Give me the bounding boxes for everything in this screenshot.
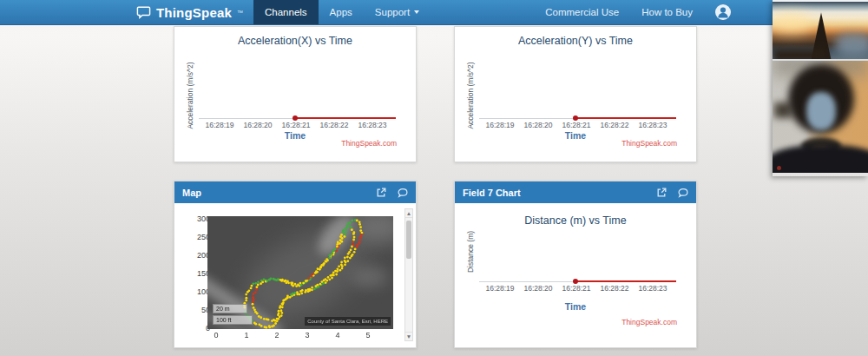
- external-link-icon[interactable]: [656, 188, 667, 198]
- webcam-feed-person[interactable]: [773, 61, 868, 173]
- map-y-tick: 150: [187, 269, 210, 278]
- field7-panel-body: Distance (m) vs Time Distance (m) 16:28:…: [455, 203, 696, 347]
- nav-item-support[interactable]: Support: [364, 0, 431, 24]
- series-line: [576, 280, 676, 282]
- map-satellite-image: 20 m 100 ft County of Santa Clara, Esri,…: [207, 216, 393, 329]
- map-x-tick: 1: [238, 331, 255, 340]
- chart-acceleration-x: Acceleration(X) vs Time Acceleration (m/…: [174, 27, 416, 162]
- x-tick: 16:28:19: [481, 121, 519, 129]
- scroll-down-icon[interactable]: ▼: [405, 332, 412, 340]
- x-tick: 16:28:20: [519, 284, 557, 293]
- sunset-glow: [773, 14, 812, 33]
- series-line: [296, 117, 396, 119]
- x-tick: 16:28:21: [557, 284, 595, 293]
- map-x-tick: 2: [268, 331, 286, 340]
- x-tick: 16:28:22: [595, 284, 634, 293]
- foreground-shadow: [773, 49, 825, 61]
- page: ThingSpeak™ Channels Apps Support Commer…: [0, 0, 868, 356]
- thingspeak-credit-link[interactable]: ThingSpeak.com: [341, 139, 397, 148]
- field7-panel-header: Field 7 Chart: [455, 181, 696, 203]
- panel-title: Map: [182, 188, 201, 198]
- water: [835, 33, 868, 56]
- map-scale-meters: 20 m: [213, 304, 247, 313]
- x-axis-label: Time: [455, 301, 696, 312]
- thingspeak-logo[interactable]: ThingSpeak™: [136, 0, 243, 24]
- scroll-up-icon[interactable]: ▲: [405, 209, 412, 218]
- panel-acceleration-y: Acceleration(Y) vs Time Acceleration (m/…: [454, 26, 697, 162]
- chat-bubble-icon: [136, 6, 151, 19]
- panel-map: Map 300 250 200 150 100 50 0: [174, 181, 417, 348]
- nav-item-apps[interactable]: Apps: [319, 0, 364, 24]
- chart-title: Acceleration(Y) vs Time: [455, 35, 696, 47]
- x-tick: 16:28:20: [519, 121, 557, 129]
- person-face: [806, 92, 836, 130]
- chart-title: Acceleration(X) vs Time: [174, 35, 416, 47]
- panel-title: Field 7 Chart: [463, 188, 521, 198]
- map-y-tick: 250: [187, 233, 210, 241]
- panel-field7-chart: Field 7 Chart Distance (m) vs Time Dista…: [454, 181, 697, 348]
- comment-icon[interactable]: [398, 188, 408, 198]
- x-tick: 16:28:22: [595, 121, 634, 129]
- x-tick: 16:28:23: [634, 284, 672, 293]
- map-panel-header: Map: [174, 181, 416, 203]
- chart-distance: Distance (m) vs Time Distance (m) 16:28:…: [455, 203, 696, 347]
- map-y-tick: 200: [187, 251, 210, 260]
- map-x-tick: 4: [329, 331, 346, 340]
- map-y-tick: 50: [187, 306, 210, 314]
- x-tick: 16:28:23: [634, 121, 672, 129]
- map-attribution: County of Santa Clara, Esri, HERE: [305, 317, 391, 326]
- video-call-overlay: [773, 0, 868, 176]
- x-tick: 16:28:21: [557, 121, 595, 129]
- x-tick: 16:28:20: [239, 121, 277, 129]
- y-axis-label: Acceleration (m/s^2): [466, 56, 475, 135]
- chart-acceleration-y: Acceleration(Y) vs Time Acceleration (m/…: [455, 27, 696, 162]
- x-tick: 16:28:21: [277, 121, 315, 129]
- top-navbar: ThingSpeak™ Channels Apps Support Commer…: [0, 0, 868, 25]
- map-panel-body: 300 250 200 150 100 50 0 20 m 100 ft Cou…: [174, 203, 416, 347]
- chart-title: Distance (m) vs Time: [455, 214, 696, 227]
- thingspeak-credit-link[interactable]: ThingSpeak.com: [621, 318, 677, 326]
- person-torso: [773, 145, 868, 173]
- external-link-icon[interactable]: [376, 188, 386, 198]
- map-y-tick: 100: [187, 287, 210, 296]
- recording-indicator: [777, 166, 781, 170]
- map-x-tick: 3: [299, 331, 316, 340]
- brand-trademark: ™: [237, 10, 243, 16]
- x-tick: 16:28:19: [481, 284, 519, 293]
- map-scale-feet: 100 ft: [213, 315, 253, 325]
- map-y-tick: 0: [187, 324, 210, 333]
- scrollbar-thumb[interactable]: [406, 221, 411, 259]
- nav-item-how-to-buy[interactable]: How to Buy: [641, 7, 693, 17]
- map-scrollbar[interactable]: ▲ ▼: [404, 208, 413, 341]
- x-tick: 16:28:23: [353, 121, 391, 129]
- y-axis-label: Acceleration (m/s^2): [186, 56, 194, 135]
- nav-menu: Channels Apps Support: [253, 0, 431, 24]
- user-avatar-icon[interactable]: [715, 4, 731, 20]
- nav-item-channels[interactable]: Channels: [253, 0, 319, 24]
- map-x-tick: 5: [359, 331, 377, 340]
- x-tick: 16:28:22: [315, 121, 353, 129]
- map-y-tick: 300: [187, 214, 210, 223]
- y-axis-label: Distance (m): [466, 212, 475, 292]
- thingspeak-credit-link[interactable]: ThingSpeak.com: [621, 139, 677, 148]
- nav-right: Commercial Use How to Buy: [545, 0, 731, 24]
- comment-icon[interactable]: [678, 188, 688, 198]
- webcam-feed-sunset[interactable]: [773, 0, 868, 61]
- x-tick: 16:28:19: [201, 121, 239, 129]
- series-line: [576, 117, 676, 119]
- map-x-tick: 0: [207, 331, 225, 340]
- panel-acceleration-x: Acceleration(X) vs Time Acceleration (m/…: [174, 26, 417, 162]
- caret-down-icon: [414, 10, 419, 14]
- brand-name: ThingSpeak: [156, 5, 232, 20]
- nav-item-commercial-use[interactable]: Commercial Use: [545, 7, 619, 17]
